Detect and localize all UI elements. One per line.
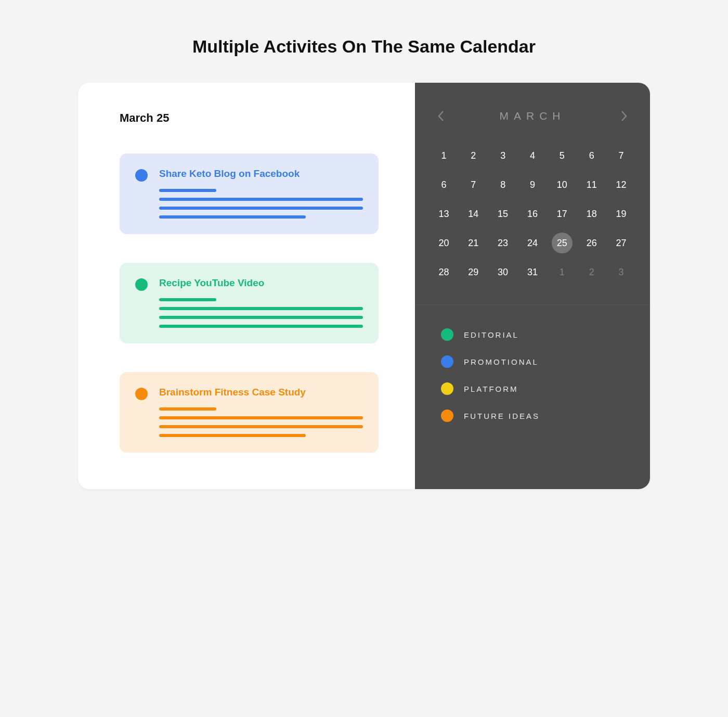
calendar-day[interactable]: 24 [519,232,546,254]
calendar-day[interactable]: 2 [460,144,487,167]
placeholder-lines [159,298,363,328]
legend-item: FUTURE IDEAS [441,409,627,422]
next-month-button[interactable] [620,109,628,123]
calendar-day[interactable]: 23 [490,232,516,254]
calendar-panel: MARCH 1234567678910111213141516171819202… [415,83,650,489]
calendar-day[interactable]: 2 [578,261,605,284]
calendar-day[interactable]: 11 [578,173,605,196]
legend-label: PLATFORM [464,385,518,393]
activity-title: Recipe YouTube Video [159,277,363,289]
date-heading: March 25 [120,111,379,125]
calendar-day[interactable]: 7 [460,173,487,196]
calendar-day[interactable]: 8 [490,173,516,196]
legend-label: FUTURE IDEAS [464,412,540,420]
calendar-day[interactable]: 27 [608,232,634,254]
calendar-day[interactable]: 28 [431,261,457,284]
activity-card[interactable]: Share Keto Blog on Facebook [120,153,379,234]
calendar-day[interactable]: 7 [608,144,634,167]
calendar-header: MARCH [415,83,650,134]
calendar-day[interactable]: 13 [431,202,457,225]
activity-title: Brainstorm Fitness Case Study [159,387,363,398]
calendar-day[interactable]: 15 [490,202,516,225]
calendar-day[interactable]: 17 [549,202,575,225]
calendar-day[interactable]: 19 [608,202,634,225]
calendar-day[interactable]: 6 [578,144,605,167]
calendar-day[interactable]: 26 [578,232,605,254]
calendar-grid: 1234567678910111213141516171819202123242… [415,134,650,304]
calendar-day[interactable]: 25 [549,232,575,254]
calendar-day[interactable]: 3 [608,261,634,284]
legend-item: EDITORIAL [441,328,627,341]
placeholder-lines [159,407,363,437]
legend-dot-icon [441,355,453,368]
calendar-card: March 25 Share Keto Blog on Facebook Rec… [78,83,650,489]
category-dot-icon [135,388,148,400]
calendar-day[interactable]: 1 [431,144,457,167]
calendar-day[interactable]: 1 [549,261,575,284]
category-dot-icon [135,278,148,291]
calendar-day[interactable]: 30 [490,261,516,284]
calendar-day[interactable]: 4 [519,144,546,167]
activity-card[interactable]: Brainstorm Fitness Case Study [120,372,379,453]
calendar-day[interactable]: 18 [578,202,605,225]
legend-dot-icon [441,382,453,395]
calendar-day[interactable]: 3 [490,144,516,167]
activity-title: Share Keto Blog on Facebook [159,168,363,180]
calendar-day[interactable]: 16 [519,202,546,225]
legend: EDITORIALPROMOTIONALPLATFORMFUTURE IDEAS [415,305,650,453]
legend-label: PROMOTIONAL [464,357,539,366]
prev-month-button[interactable] [437,109,445,123]
activities-panel: March 25 Share Keto Blog on Facebook Rec… [78,83,415,489]
calendar-day[interactable]: 20 [431,232,457,254]
month-label: MARCH [500,110,566,122]
calendar-day[interactable]: 5 [549,144,575,167]
calendar-day[interactable]: 12 [608,173,634,196]
legend-dot-icon [441,409,453,422]
legend-item: PROMOTIONAL [441,355,627,368]
calendar-day[interactable]: 9 [519,173,546,196]
calendar-day[interactable]: 21 [460,232,487,254]
placeholder-lines [159,189,363,219]
category-dot-icon [135,169,148,182]
page-title: Multiple Activites On The Same Calendar [0,36,728,57]
activity-card[interactable]: Recipe YouTube Video [120,263,379,343]
calendar-day[interactable]: 6 [431,173,457,196]
legend-label: EDITORIAL [464,330,519,339]
legend-dot-icon [441,328,453,341]
calendar-day[interactable]: 14 [460,202,487,225]
calendar-day[interactable]: 10 [549,173,575,196]
calendar-day[interactable]: 29 [460,261,487,284]
legend-item: PLATFORM [441,382,627,395]
calendar-day[interactable]: 31 [519,261,546,284]
